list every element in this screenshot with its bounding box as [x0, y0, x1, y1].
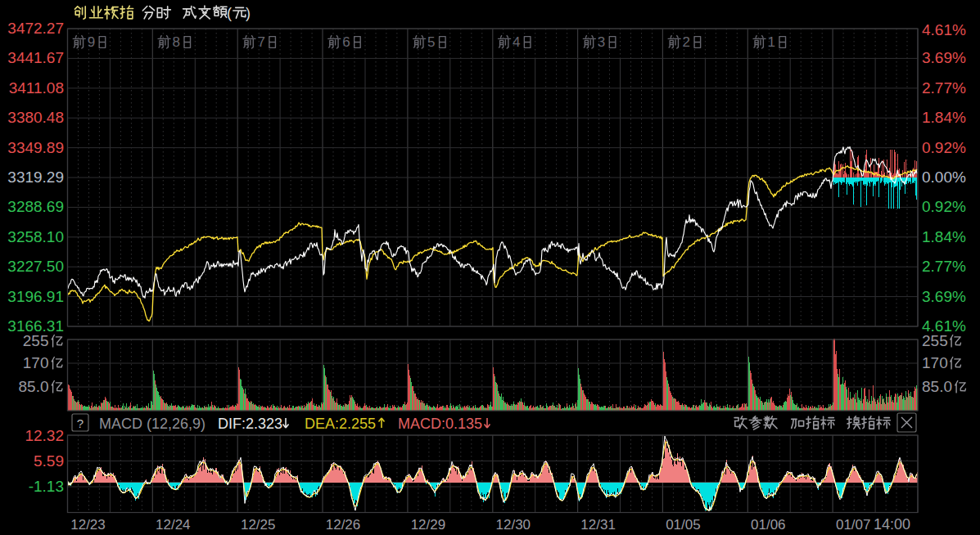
svg-text:0.92%: 0.92%	[922, 198, 966, 215]
svg-text:3288.69: 3288.69	[7, 198, 64, 215]
svg-text:DEA:2.255: DEA:2.255	[305, 416, 376, 432]
svg-text:1.84%: 1.84%	[922, 228, 966, 245]
svg-text:2.77%: 2.77%	[922, 258, 966, 275]
svg-text:(: (	[227, 5, 232, 21]
svg-text:MACD (12,26,9): MACD (12,26,9)	[99, 416, 205, 432]
svg-text:6: 6	[342, 34, 350, 50]
svg-text:3472.27: 3472.27	[7, 20, 64, 37]
svg-text:85.0: 85.0	[922, 378, 952, 395]
svg-text:01/05: 01/05	[666, 517, 701, 533]
svg-text:-1.13: -1.13	[29, 478, 64, 495]
svg-text:2.77%: 2.77%	[922, 79, 966, 97]
svg-text:1.84%: 1.84%	[922, 109, 966, 126]
svg-text:3196.91: 3196.91	[7, 288, 64, 305]
svg-text:3227.50: 3227.50	[7, 258, 64, 275]
svg-text:3349.89: 3349.89	[7, 139, 64, 156]
svg-text:01/06: 01/06	[751, 517, 786, 533]
svg-text:12/31: 12/31	[580, 517, 616, 533]
svg-text:85.0: 85.0	[19, 378, 49, 395]
svg-text:): )	[246, 5, 251, 21]
svg-text:3441.67: 3441.67	[7, 49, 64, 66]
svg-text:4.61%: 4.61%	[922, 21, 966, 38]
svg-text:12/23: 12/23	[70, 517, 106, 533]
svg-text:0.92%: 0.92%	[922, 139, 966, 156]
svg-text:9: 9	[88, 34, 95, 50]
svg-text:12/29: 12/29	[411, 517, 446, 533]
svg-text:01/07: 01/07	[836, 517, 871, 533]
svg-text:4: 4	[513, 34, 520, 50]
svg-text:12/30: 12/30	[496, 517, 531, 533]
svg-text:DIF:2.323: DIF:2.323	[218, 416, 282, 432]
svg-text:255: 255	[922, 332, 948, 349]
svg-text:3258.10: 3258.10	[7, 228, 64, 245]
svg-text:3.69%: 3.69%	[922, 49, 966, 66]
svg-text:2: 2	[683, 34, 690, 50]
svg-text:7: 7	[257, 34, 264, 50]
svg-text:170: 170	[23, 354, 49, 371]
svg-text:14:00: 14:00	[874, 516, 910, 533]
svg-text:8: 8	[173, 34, 180, 50]
svg-text:5: 5	[427, 34, 435, 50]
svg-text:255: 255	[23, 332, 49, 349]
svg-text:12.32: 12.32	[25, 427, 64, 444]
svg-text:MACD:0.135: MACD:0.135	[398, 416, 482, 432]
svg-text:0.00%: 0.00%	[922, 169, 966, 186]
svg-text:12/24: 12/24	[156, 517, 191, 533]
svg-text:12/26: 12/26	[326, 517, 361, 533]
svg-text:3.69%: 3.69%	[922, 288, 966, 305]
svg-text:3: 3	[598, 34, 605, 50]
svg-text:3319.29: 3319.29	[7, 169, 64, 186]
svg-text:1: 1	[768, 34, 775, 50]
svg-text:170: 170	[922, 354, 948, 371]
svg-text:3411.08: 3411.08	[9, 79, 64, 97]
svg-text:5.59: 5.59	[34, 452, 64, 470]
svg-text:?: ?	[77, 416, 84, 430]
svg-text:12/25: 12/25	[241, 517, 276, 533]
svg-text:3380.48: 3380.48	[7, 109, 64, 126]
